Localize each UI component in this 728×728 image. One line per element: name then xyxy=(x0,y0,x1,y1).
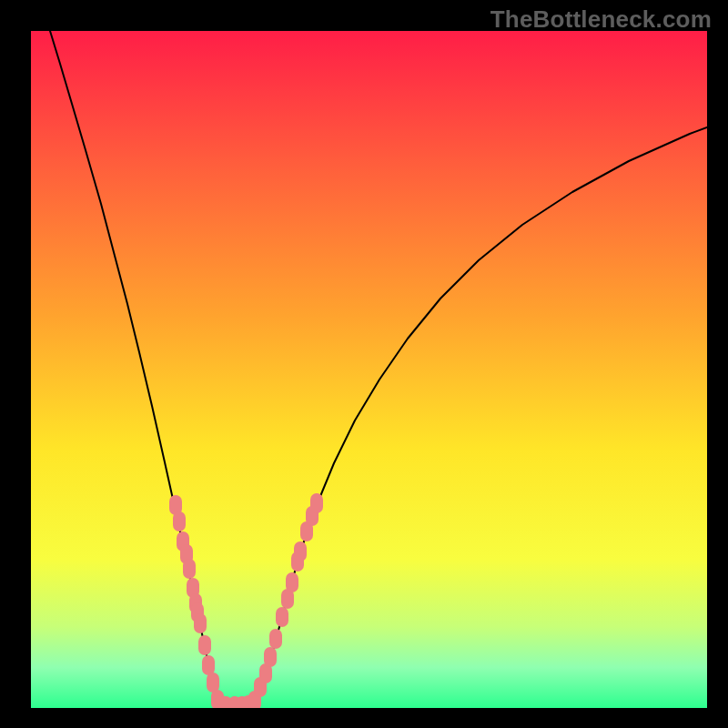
data-marker xyxy=(183,559,196,579)
chart-svg xyxy=(31,31,707,708)
gradient-background xyxy=(31,31,707,708)
data-marker xyxy=(286,572,298,592)
data-marker xyxy=(264,647,277,667)
data-marker xyxy=(276,607,288,627)
data-marker xyxy=(207,672,219,693)
data-marker xyxy=(202,655,215,675)
chart-frame: TheBottleneck.com xyxy=(0,0,728,728)
data-marker xyxy=(198,635,211,655)
data-marker xyxy=(310,493,323,513)
watermark-text: TheBottleneck.com xyxy=(490,5,712,34)
data-marker xyxy=(269,629,282,649)
data-marker xyxy=(294,541,307,561)
plot-area xyxy=(31,31,707,708)
data-marker xyxy=(173,511,186,531)
data-marker xyxy=(194,613,207,633)
